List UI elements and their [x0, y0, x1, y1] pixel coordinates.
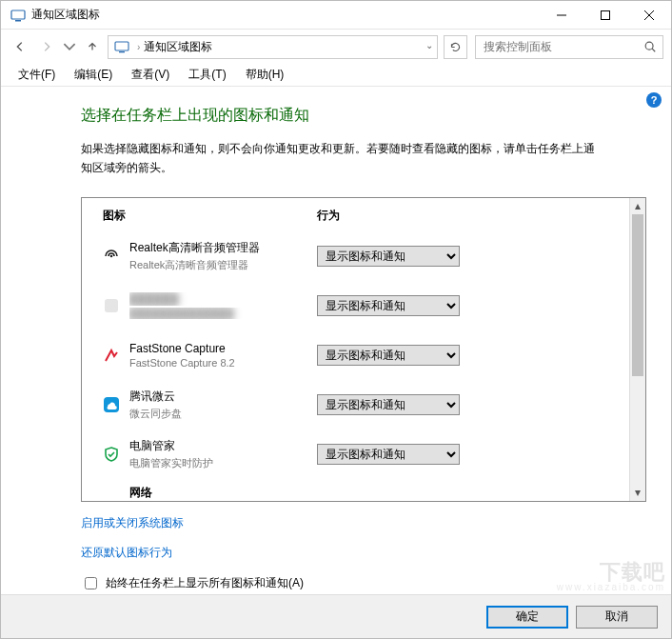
list-item: FastStone CaptureFastStone Capture 8.2显示…	[82, 330, 629, 380]
item-name: Realtek高清晰音频管理器	[129, 240, 317, 256]
menu-file[interactable]: 文件(F)	[9, 65, 65, 85]
always-show-checkbox[interactable]	[85, 577, 97, 589]
back-button[interactable]	[9, 35, 31, 58]
item-name: 腾讯微云	[129, 389, 317, 405]
item-name: 电脑管家	[129, 438, 317, 454]
search-input[interactable]	[482, 39, 643, 54]
link-restore-defaults[interactable]: 还原默认图标行为	[81, 545, 172, 561]
always-show-checkbox-row[interactable]: 始终在任务栏上显示所有图标和通知(A)	[81, 574, 646, 592]
behavior-select[interactable]: 显示图标和通知	[317, 444, 460, 465]
menu-view[interactable]: 查看(V)	[122, 65, 179, 85]
up-button[interactable]	[81, 35, 104, 58]
link-system-icons[interactable]: 启用或关闭系统图标	[81, 515, 184, 531]
behavior-select[interactable]: 显示图标和通知	[317, 394, 460, 415]
search-box[interactable]	[475, 35, 663, 59]
list-header: 图标 行为	[82, 198, 629, 231]
scroll-up-button[interactable]: ▴	[630, 198, 645, 214]
svg-point-8	[645, 42, 653, 50]
item-name: FastStone Capture	[129, 342, 317, 355]
scroll-thumb[interactable]	[632, 214, 643, 376]
app-icon-faststone	[103, 347, 120, 364]
scroll-down-button[interactable]: ▾	[630, 485, 645, 501]
item-subtitle: ██████████████	[129, 308, 317, 319]
app-icon-redacted	[103, 297, 120, 314]
forward-button[interactable]	[35, 35, 58, 58]
item-subtitle: 电脑管家实时防护	[129, 456, 317, 470]
close-button[interactable]	[627, 1, 671, 30]
list-item: 腾讯微云微云同步盘显示图标和通知	[82, 380, 629, 429]
ok-button[interactable]: 确定	[486, 606, 568, 629]
icon-list-panel: 图标 行为 Realtek高清晰音频管理器Realtek高清晰音频管理器显示图标…	[81, 197, 646, 502]
list-item: Realtek高清晰音频管理器Realtek高清晰音频管理器显示图标和通知	[82, 231, 629, 281]
svg-rect-11	[105, 299, 118, 312]
item-name: ██████	[129, 292, 317, 306]
recent-dropdown-button[interactable]	[62, 35, 77, 58]
chevron-down-icon[interactable]: ⌄	[425, 40, 433, 50]
address-bar[interactable]: › 通知区域图标 ⌄	[108, 35, 438, 59]
scroll-track[interactable]	[630, 214, 645, 485]
item-subtitle: FastStone Capture 8.2	[129, 357, 317, 369]
app-icon-weiyun	[103, 396, 120, 413]
breadcrumb[interactable]: 通知区域图标	[144, 39, 212, 55]
menu-help[interactable]: 帮助(H)	[236, 65, 294, 85]
svg-rect-0	[11, 10, 25, 19]
titlebar: 通知区域图标	[1, 1, 671, 30]
page-title: 选择在任务栏上出现的图标和通知	[81, 106, 646, 126]
behavior-select[interactable]: 显示图标和通知	[317, 246, 460, 267]
menu-edit[interactable]: 编辑(E)	[65, 65, 122, 85]
monitor-icon	[114, 39, 129, 54]
svg-rect-1	[15, 20, 21, 22]
menu-tools[interactable]: 工具(T)	[179, 65, 235, 85]
svg-rect-7	[119, 51, 125, 52]
app-icon-pcmanager	[103, 446, 120, 463]
cancel-button[interactable]: 取消	[576, 606, 658, 629]
minimize-button[interactable]	[540, 1, 583, 30]
list-item: 电脑管家电脑管家实时防护显示图标和通知	[82, 429, 629, 479]
scrollbar[interactable]: ▴ ▾	[629, 198, 645, 501]
menubar: 文件(F) 编辑(E) 查看(V) 工具(T) 帮助(H)	[1, 64, 671, 87]
maximize-button[interactable]	[583, 1, 627, 30]
always-show-label: 始终在任务栏上显示所有图标和通知(A)	[106, 575, 304, 591]
search-icon	[643, 40, 657, 53]
footer: 确定 取消	[1, 594, 671, 638]
svg-rect-3	[602, 10, 610, 19]
col-header-behavior: 行为	[317, 208, 629, 224]
list-item-partial: 网络	[82, 479, 629, 501]
behavior-select[interactable]: 显示图标和通知	[317, 345, 460, 366]
page-description: 如果选择隐藏图标和通知，则不会向你通知更改和更新。若要随时查看隐藏的图标，请单击…	[81, 139, 595, 178]
item-subtitle: Realtek高清晰音频管理器	[129, 258, 317, 272]
svg-rect-6	[115, 42, 128, 50]
navbar: › 通知区域图标 ⌄	[1, 30, 671, 64]
chevron-right-icon: ›	[137, 42, 140, 52]
list-item: ████████████████████显示图标和通知	[82, 281, 629, 330]
refresh-button[interactable]	[444, 35, 467, 59]
behavior-select[interactable]: 显示图标和通知	[317, 295, 460, 316]
app-icon-realtek	[103, 248, 120, 265]
svg-line-9	[652, 49, 655, 51]
svg-point-10	[110, 254, 113, 257]
window-title: 通知区域图标	[31, 7, 100, 23]
col-header-icon: 图标	[103, 208, 317, 224]
client-area: ? 选择在任务栏上出现的图标和通知 如果选择隐藏图标和通知，则不会向你通知更改和…	[1, 87, 671, 638]
help-icon[interactable]: ?	[646, 92, 662, 108]
app-icon	[10, 8, 26, 23]
item-subtitle: 微云同步盘	[129, 407, 317, 421]
